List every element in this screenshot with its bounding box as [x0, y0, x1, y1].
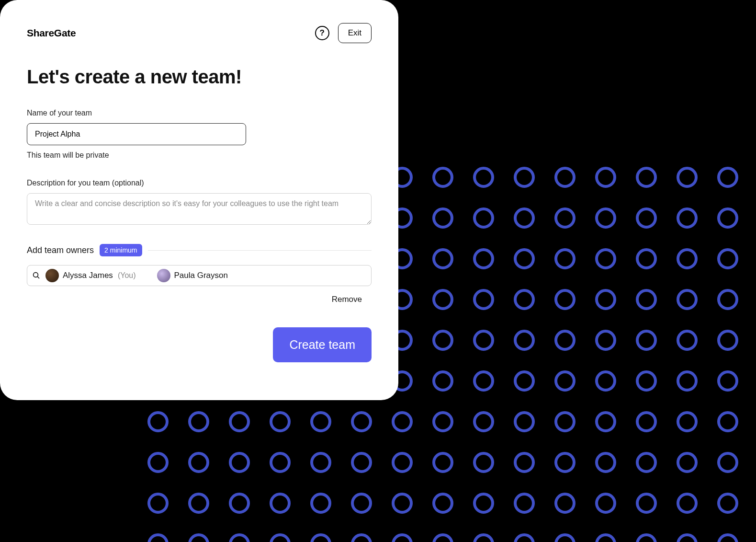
owner-suffix: (You) [118, 271, 136, 280]
owners-label: Add team owners [27, 245, 94, 255]
svg-point-2 [34, 273, 38, 277]
team-name-label: Name of your team [27, 109, 372, 117]
header-actions: ? Exit [315, 23, 372, 43]
dialog-header: ShareGate ? Exit [27, 23, 372, 43]
team-name-input[interactable] [27, 123, 246, 145]
create-team-dialog: ShareGate ? Exit Let's create a new team… [0, 0, 398, 400]
remove-owner-link[interactable]: Remove [332, 295, 362, 304]
owners-header: Add team owners 2 minimum [27, 244, 372, 256]
exit-button[interactable]: Exit [338, 23, 372, 43]
owner-name: Alyssa James [63, 271, 113, 280]
create-team-button[interactable]: Create team [273, 327, 372, 362]
help-icon[interactable]: ? [315, 26, 329, 40]
avatar [45, 269, 59, 282]
owner-chip[interactable]: Alyssa James (You) [45, 269, 136, 282]
svg-line-3 [37, 277, 39, 278]
search-icon [32, 271, 41, 280]
owners-minimum-badge: 2 minimum [100, 244, 142, 256]
avatar [157, 269, 170, 282]
divider [148, 250, 372, 251]
description-label: Description for you team (optional) [27, 179, 372, 187]
owner-chip[interactable]: Paula Grayson [157, 269, 228, 282]
page-title: Let's create a new team! [27, 66, 372, 88]
team-privacy-helper: This team will be private [27, 151, 372, 160]
description-input[interactable] [27, 193, 372, 225]
owner-name: Paula Grayson [174, 271, 228, 280]
owners-search-input[interactable]: Alyssa James (You) Paula Grayson [27, 265, 372, 286]
brand-logo: ShareGate [27, 27, 76, 39]
